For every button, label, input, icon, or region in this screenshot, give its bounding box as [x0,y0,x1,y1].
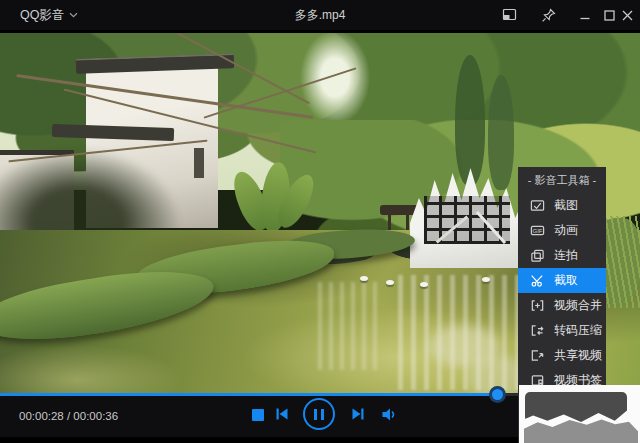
scene-duck [482,277,490,282]
transcode-icon [530,323,545,338]
toolbox-item-share[interactable]: 共享视频 [518,343,606,368]
toolbox-item-clip[interactable]: 截取 [518,268,606,293]
scene-reflection [318,282,382,370]
scene-pavilion [380,205,418,215]
mini-mode-button[interactable] [500,7,518,23]
time-display: 00:00:28 / 00:00:36 [19,396,118,437]
previous-button[interactable] [274,406,290,426]
toolbox-item-label: 动画 [554,222,578,239]
toolbox-item-label: 视频合并 [554,297,602,314]
toolbox-item-label: 共享视频 [554,347,602,364]
scissors-icon [530,273,545,288]
minimize-button[interactable] [576,7,594,23]
maximize-icon [603,9,616,22]
qq-player-window: QQ影音 多多.mp4 [0,0,640,443]
scene-duck [386,280,394,285]
pause-icon [314,409,317,420]
play-pause-button[interactable] [303,398,335,430]
chevron-down-icon [69,8,78,22]
screenshot-icon [530,198,545,213]
mini-mode-icon [502,8,517,22]
volume-icon [381,408,398,425]
pin-icon [541,8,556,23]
burst-icon [530,248,545,263]
volume-button[interactable] [381,407,398,426]
letterbox-strip [0,30,640,33]
scene-sky-gap [300,30,370,125]
share-icon [530,348,545,363]
close-button[interactable] [618,7,636,23]
toolbox-item-transcode[interactable]: 转码压缩 [518,318,606,343]
scene-duck [360,276,368,281]
stop-button[interactable] [252,409,264,421]
toolbox-item-label: 截取 [554,272,578,289]
toolbox-item-screenshot[interactable]: 截图 [518,193,606,218]
app-name: QQ影音 [20,7,64,24]
svg-text:GIF: GIF [532,227,542,234]
next-button[interactable] [350,406,366,426]
toolbox-item-gif[interactable]: GIF 动画 [518,218,606,243]
merge-icon [530,298,545,313]
titlebar: QQ影音 多多.mp4 [0,0,640,30]
toolbox-item-label: 截图 [554,197,578,214]
minimize-icon [579,9,591,21]
scene-tree [455,55,485,185]
scene-duck [420,282,428,287]
preview-thumbnail-popup [519,385,640,443]
maximize-button[interactable] [600,7,618,23]
pin-button[interactable] [539,7,557,23]
scene-tree [488,75,514,190]
preview-dark-shape [525,392,627,422]
app-menu-button[interactable]: QQ影音 [20,0,78,30]
toolbox-header: - 影音工具箱 - [518,167,606,193]
toolbox-item-label: 连拍 [554,247,578,264]
toolbox-item-burst[interactable]: 连拍 [518,243,606,268]
next-icon [350,408,366,425]
toolbox-item-merge[interactable]: 视频合并 [518,293,606,318]
gif-icon: GIF [530,223,545,238]
previous-icon [274,408,290,425]
toolbox-item-label: 转码压缩 [554,322,602,339]
scene-window [194,148,204,178]
close-icon [621,9,634,22]
